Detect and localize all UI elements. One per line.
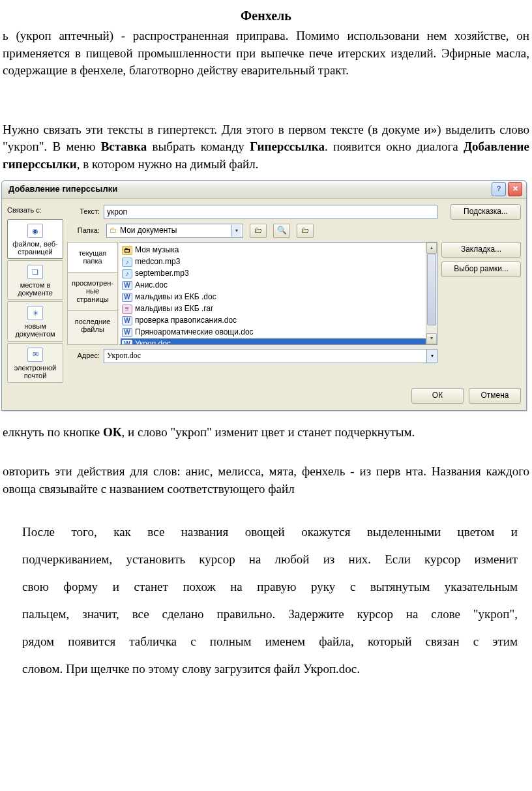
new-doc-icon: ✳ <box>27 306 43 320</box>
paragraph-1: ь (укроп аптечный) - распространенная пр… <box>0 27 532 80</box>
paragraph-2: Нужно связать эти тексты в гипертекст. Д… <box>0 121 532 173</box>
paragraph-after-5: рядом появится табличка с полным именем … <box>20 629 520 654</box>
address-combo[interactable]: ▾ <box>104 349 437 363</box>
paragraph-repeat: овторить эти действия для слов: анис, ме… <box>0 463 532 498</box>
doc-title: Фенхель <box>0 7 532 25</box>
file-row[interactable]: Wмальдивы из ЕКБ .doc <box>121 291 436 303</box>
mp3-icon: ♪ <box>122 269 132 278</box>
file-name: medcon.mp3 <box>135 256 180 267</box>
insert-hyperlink-dialog: Добавление гиперссылки ? ✕ Связать с: ◉ … <box>1 180 527 411</box>
p2-text-d: , в котором нужно на димый файл. <box>77 157 259 171</box>
bold-ok: ОК <box>103 425 122 439</box>
up-folder-button[interactable]: 🗁 <box>250 224 267 238</box>
browse-web-button[interactable]: 🔍 <box>273 224 290 238</box>
p2-text-b: выбрать команду <box>147 140 250 153</box>
doc-icon: W <box>122 281 132 290</box>
bookmark-icon: ❏ <box>27 265 43 279</box>
file-name: Укроп.doc <box>135 338 171 344</box>
ok-text-a: елкнуть по кнопке <box>3 425 103 439</box>
folder-up-icon: 🗁 <box>254 225 262 236</box>
linkto-file-label: файлом, веб-страницей <box>9 240 61 256</box>
file-row[interactable]: Wпроверка правописания.doc <box>121 315 436 327</box>
browse-recent-tab[interactable]: последние файлы <box>68 311 117 340</box>
doc-icon: W <box>122 293 132 302</box>
mp3-icon: ♪ <box>122 258 132 267</box>
link-with-label: Связать с: <box>7 204 63 218</box>
linkto-place-label: местом в документе <box>9 281 61 297</box>
p2-text-c: . появится окно диалога <box>325 140 464 153</box>
paragraph-after-3: свою форму и станет похож на правую руку… <box>20 575 520 599</box>
bold-hyperlink: Гиперссылка <box>250 140 325 153</box>
file-name: мальдивы из ЕКБ .rar <box>135 303 213 314</box>
search-web-icon: 🔍 <box>277 225 287 236</box>
browse-viewed-tab[interactable]: просмотрен-ные страницы <box>68 273 117 311</box>
linkto-email-label: электронной почтой <box>9 364 61 380</box>
close-button[interactable]: ✕ <box>508 182 522 196</box>
scroll-up-icon[interactable]: ▴ <box>426 243 437 254</box>
file-name: проверка правописания.doc <box>135 315 237 326</box>
paragraph-ok: елкнуть по кнопке ОК, и слово "укроп" из… <box>0 424 532 441</box>
folder-icon: 🗀 <box>110 225 117 236</box>
address-input[interactable] <box>104 350 426 363</box>
doc-icon: W <box>122 340 132 345</box>
file-name: september.mp3 <box>135 268 189 279</box>
linkto-file-tab[interactable]: ◉ файлом, веб-страницей <box>7 219 63 259</box>
paragraph-after-6: словом. При щелчке по этому слову загруз… <box>20 657 520 681</box>
file-row[interactable]: 🗀Моя музыка <box>121 245 436 256</box>
globe-page-icon: ◉ <box>27 224 43 238</box>
bookmark-button[interactable]: Закладка... <box>441 242 521 258</box>
file-row[interactable]: WАнис.doc <box>121 280 436 291</box>
cancel-button[interactable]: Отмена <box>469 388 521 404</box>
help-button[interactable]: ? <box>492 182 506 196</box>
paragraph-after-1: После того, как все названия овощей окаж… <box>20 520 520 545</box>
dialog-title: Добавление гиперссылки <box>8 183 117 195</box>
file-name: Пряноароматические овощи.doc <box>135 327 254 338</box>
doc-icon: W <box>122 328 132 337</box>
display-text-input[interactable] <box>104 205 437 219</box>
dialog-titlebar[interactable]: Добавление гиперссылки ? ✕ <box>2 181 526 199</box>
doc-icon: W <box>122 316 132 325</box>
folder-value: Мои документы <box>120 225 228 236</box>
folder-combo[interactable]: 🗀 Мои документы ▾ <box>106 224 243 238</box>
folder-open-icon: 🗁 <box>301 225 309 236</box>
file-name: мальдивы из ЕКБ .doc <box>135 291 216 303</box>
rar-icon: ≡ <box>122 305 132 314</box>
file-list[interactable]: 🗀Моя музыка♪medcon.mp3♪september.mp3WАни… <box>119 242 437 345</box>
chevron-down-icon[interactable]: ▾ <box>426 350 437 363</box>
browse-current-tab[interactable]: текущая папка <box>68 243 117 273</box>
file-row[interactable]: WПряноароматические овощи.doc <box>121 327 436 338</box>
scroll-thumb[interactable] <box>427 254 436 325</box>
text-label: Текст: <box>67 207 100 216</box>
linkto-email-tab[interactable]: ✉ электронной почтой <box>7 343 63 383</box>
file-name: Анис.doc <box>135 280 168 291</box>
target-frame-button[interactable]: Выбор рамки... <box>441 261 521 277</box>
browse-file-button[interactable]: 🗁 <box>297 224 314 238</box>
chevron-down-icon[interactable]: ▾ <box>231 225 241 237</box>
folder-icon: 🗀 <box>122 246 132 255</box>
linkto-place-tab[interactable]: ❏ местом в документе <box>7 260 63 300</box>
file-row[interactable]: ♪september.mp3 <box>121 268 436 280</box>
ok-text-b: , и слово "укроп" изменит цвет и станет … <box>122 425 415 439</box>
address-label: Адрес: <box>67 351 100 361</box>
paragraph-after-4: пальцем, значит, все сделано правильно. … <box>20 602 520 627</box>
linkto-newdoc-tab[interactable]: ✳ новым документом <box>7 301 63 341</box>
scroll-down-icon[interactable]: ▾ <box>426 333 437 344</box>
ok-button[interactable]: ОК <box>411 388 464 404</box>
paragraph-after-2: подчеркиванием, установить курсор на люб… <box>20 547 520 572</box>
file-row[interactable]: WУкроп.doc <box>121 338 436 345</box>
bold-insert: Вставка <box>101 140 147 153</box>
file-row[interactable]: ♪medcon.mp3 <box>121 256 436 268</box>
file-name: Моя музыка <box>135 245 179 256</box>
file-row[interactable]: ≡мальдивы из ЕКБ .rar <box>121 303 436 315</box>
linkto-newdoc-label: новым документом <box>9 322 61 338</box>
email-icon: ✉ <box>27 348 43 362</box>
folder-label: Папка: <box>67 226 100 235</box>
scrollbar[interactable]: ▴ ▾ <box>426 243 437 344</box>
hint-button[interactable]: Подсказка... <box>451 204 521 220</box>
